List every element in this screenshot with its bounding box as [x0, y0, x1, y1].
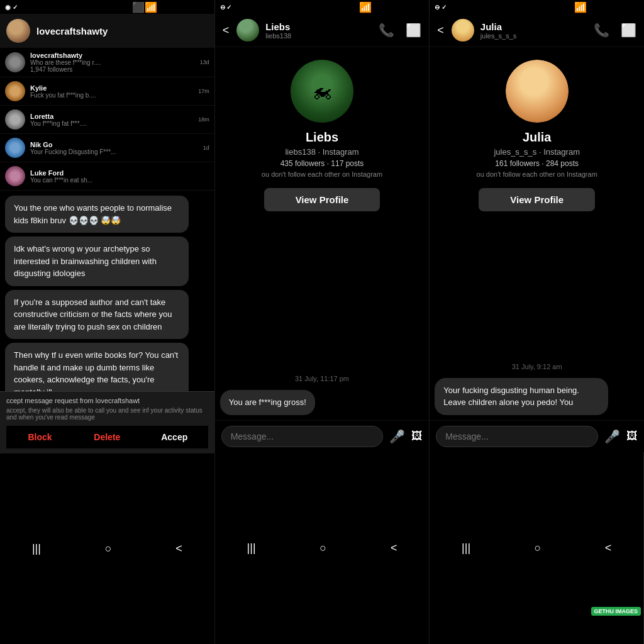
nav-home-icon[interactable]: ○	[105, 542, 112, 555]
chat-avatar-2	[5, 81, 25, 101]
video-icon-julia[interactable]: ⬜	[621, 23, 636, 38]
dm-username-julia: jules_s_s_s	[480, 32, 587, 40]
profile-handle-julia: jules_s_s_s · Instagram	[494, 147, 580, 157]
nav-recent-icon-3[interactable]: |||	[462, 541, 470, 555]
list-item[interactable]: Nik Go Your Fucking Disgusting F***... 1…	[0, 134, 214, 162]
accept-text: ccept message request from lovecraftshaw…	[6, 397, 208, 404]
profile-stats-julia: 161 followers · 284 posts	[495, 159, 579, 168]
profile-avatar-large-julia	[506, 60, 569, 123]
nav-back-icon[interactable]: <	[175, 542, 182, 555]
delete-button[interactable]: Delete	[74, 426, 141, 448]
nav-back-icon-2[interactable]: <	[391, 541, 397, 555]
avatar-liebs	[236, 19, 259, 42]
list-item[interactable]: Loretta You f***ing fat f***.... 18m	[0, 106, 214, 134]
status-bar: ◉ ✓ ⬛📶 Vo0 +LTE1 ⊖ ✓ 📶 Vo0 +LTE1 ⊖ ✓ 📶 V…	[0, 0, 644, 14]
chat-info-4: Nik Go Your Fucking Disgusting F***...	[30, 141, 198, 155]
status-time-3: ⊖ ✓	[435, 4, 447, 11]
nav-recent-icon-2[interactable]: |||	[247, 541, 256, 555]
list-item[interactable]: Luke Ford You can f***in eat sh...	[0, 162, 214, 191]
dm-actions-liebs: 📞 ⬜	[379, 23, 421, 38]
nav-back-icon-3[interactable]: <	[605, 541, 612, 555]
status-panel-2: ⊖ ✓ 📶 Vo0 +LTE1	[215, 0, 430, 14]
profile-follow-liebs: ou don't follow each other on Instagram	[262, 170, 382, 178]
profile-handle-liebs: liebs138 · Instagram	[285, 147, 358, 157]
chat-avatar-1	[5, 52, 25, 72]
chat-meta-3: 18m	[198, 116, 209, 123]
message-bubble-4: Then why tf u even write books for? You …	[5, 343, 189, 391]
panel1-header: lovecraftshawty	[0, 14, 214, 48]
accept-button[interactable]: Accep	[141, 426, 208, 448]
nav-home-icon-3[interactable]: ○	[534, 541, 541, 555]
message-input-liebs[interactable]	[221, 426, 384, 447]
chat-info-1: lovecraftshawty Who are these f***ing r.…	[30, 52, 195, 73]
nav-home-icon-2[interactable]: ○	[319, 541, 326, 555]
profile-card-liebs: Liebs liebs138 · Instagram 435 followers…	[215, 47, 430, 218]
panel-julia: < Julia jules_s_s_s 📞 ⬜ Julia jules_s_s_…	[430, 14, 644, 644]
block-button[interactable]: Block	[6, 426, 74, 448]
panel-liebs: < Liebs liebs138 📞 ⬜ Liebs liebs138 · In…	[215, 14, 430, 644]
status-icons-1: ⬛📶 Vo0 +LTE1	[132, 1, 209, 13]
chat-name-1: lovecraftshawty	[30, 52, 195, 59]
action-buttons: Block Delete Accep	[6, 426, 208, 448]
chat-name-2: Kylie	[30, 84, 193, 92]
chat-meta-1: 13d	[200, 59, 209, 65]
back-arrow-icon[interactable]: <	[223, 24, 230, 37]
accept-text-content: ccept message request from lovecraftshaw…	[6, 397, 140, 404]
dm-name-julia: Julia	[480, 21, 587, 32]
dm-messages-liebs: 31 July, 11:17 pm You are f***ing gross!	[215, 218, 430, 420]
chat-preview-2: Fuck you fat f***ing b....	[30, 92, 193, 99]
status-panel-1: ◉ ✓ ⬛📶 Vo0 +LTE1	[0, 0, 215, 14]
dm-actions-julia: 📞 ⬜	[594, 23, 636, 38]
dm-name-area-liebs: Liebs liebs138	[265, 21, 372, 40]
chat-meta-4: 1d	[203, 145, 209, 151]
username-lovecraftshawty: lovecraftshawty	[36, 26, 108, 36]
chat-name-4: Nik Go	[30, 141, 198, 148]
view-profile-button-liebs[interactable]: View Profile	[264, 188, 380, 211]
video-icon[interactable]: ⬜	[406, 23, 421, 38]
chat-followers-1: 1,947 followers	[30, 66, 195, 73]
dm-header-julia: < Julia jules_s_s_s 📞 ⬜	[430, 14, 644, 47]
dm-username-liebs: liebs138	[265, 32, 372, 40]
profile-name-julia: Julia	[523, 130, 552, 145]
message-bubble-2: Idk what's wrong w your archetype so int…	[5, 236, 189, 286]
dm-bubble-julia: Your fucking disgusting human being. Lea…	[435, 378, 608, 415]
chat-preview-3: You f***ing fat f***....	[30, 120, 193, 127]
chat-name-5: Luke Ford	[30, 169, 209, 177]
chat-meta-2: 17m	[198, 88, 209, 94]
messages-area-1: You the one who wants people to normalis…	[0, 191, 214, 391]
dm-date-liebs: 31 July, 11:17 pm	[220, 375, 425, 382]
chat-preview-4: Your Fucking Disgusting F***...	[30, 148, 198, 155]
image-icon-liebs[interactable]: 🖼	[411, 430, 423, 443]
avatar-lovecraftshawty	[6, 19, 30, 43]
chat-preview-1: Who are these f***ing r....	[30, 59, 195, 66]
chat-avatar-4	[5, 138, 25, 158]
message-input-bar-liebs: 🎤 🖼	[215, 420, 430, 452]
view-profile-button-julia[interactable]: View Profile	[479, 188, 595, 211]
dm-messages-julia: 31 July, 9:12 am Your fucking disgusting…	[430, 218, 644, 420]
status-icons-2: 📶 Vo0 +LTE1	[359, 1, 424, 13]
list-item[interactable]: lovecraftshawty Who are these f***ing r.…	[0, 48, 214, 77]
dm-name-liebs: Liebs	[265, 21, 372, 32]
status-time-2: ⊖ ✓	[220, 4, 232, 11]
chat-info-2: Kylie Fuck you fat f***ing b....	[30, 84, 193, 99]
back-arrow-icon-julia[interactable]: <	[437, 24, 444, 37]
accept-sub: accept, they will also be able to call y…	[6, 407, 208, 421]
message-input-bar-julia: 🎤 🖼	[430, 420, 644, 452]
profile-card-julia: Julia jules_s_s_s · Instagram 161 follow…	[430, 47, 644, 218]
status-icons-3: 📶 Vo0 +LTE1	[574, 1, 639, 13]
dm-bubble-liebs: You are f***ing gross!	[220, 390, 315, 415]
chat-info-3: Loretta You f***ing fat f***....	[30, 113, 193, 127]
status-panel-3: ⊖ ✓ 📶 Vo0 +LTE1	[430, 0, 644, 14]
phone-icon-julia[interactable]: 📞	[594, 23, 609, 38]
phone-icon[interactable]: 📞	[379, 23, 394, 38]
message-input-julia[interactable]	[436, 426, 598, 447]
profile-name-liebs: Liebs	[306, 130, 338, 145]
mic-icon-julia[interactable]: 🎤	[604, 429, 620, 444]
message-bubble-3: If you're a supposed author and can't ta…	[5, 290, 189, 340]
mic-icon-liebs[interactable]: 🎤	[389, 429, 405, 444]
chat-list: lovecraftshawty Who are these f***ing r.…	[0, 48, 214, 191]
image-icon-julia[interactable]: 🖼	[626, 430, 638, 443]
profile-avatar-img-liebs	[291, 60, 353, 123]
list-item[interactable]: Kylie Fuck you fat f***ing b.... 17m	[0, 77, 214, 106]
nav-recent-icon[interactable]: |||	[32, 542, 41, 555]
